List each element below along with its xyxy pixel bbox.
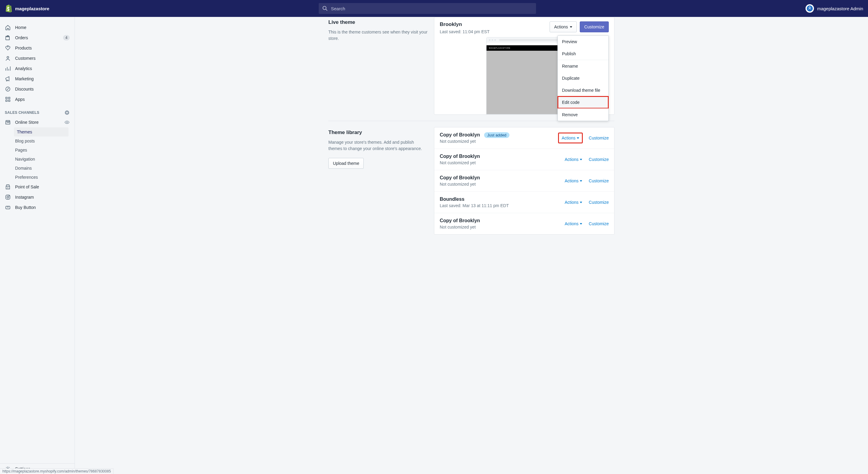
shopify-logo-icon: [5, 4, 12, 13]
store-name: mageplazastore: [15, 6, 49, 11]
search-input[interactable]: [331, 6, 532, 11]
brand[interactable]: mageplazastore: [5, 4, 49, 13]
svg-point-0: [323, 6, 326, 10]
avatar-icon: [806, 4, 814, 13]
topbar: mageplazastore mageplazastore Admin: [0, 0, 868, 17]
svg-line-1: [326, 9, 328, 11]
search-bar[interactable]: [319, 3, 536, 14]
user-display-name: mageplazastore Admin: [817, 6, 863, 11]
user-menu[interactable]: mageplazastore Admin: [806, 4, 863, 13]
search-icon: [322, 6, 328, 11]
search-wrap: [54, 3, 801, 14]
